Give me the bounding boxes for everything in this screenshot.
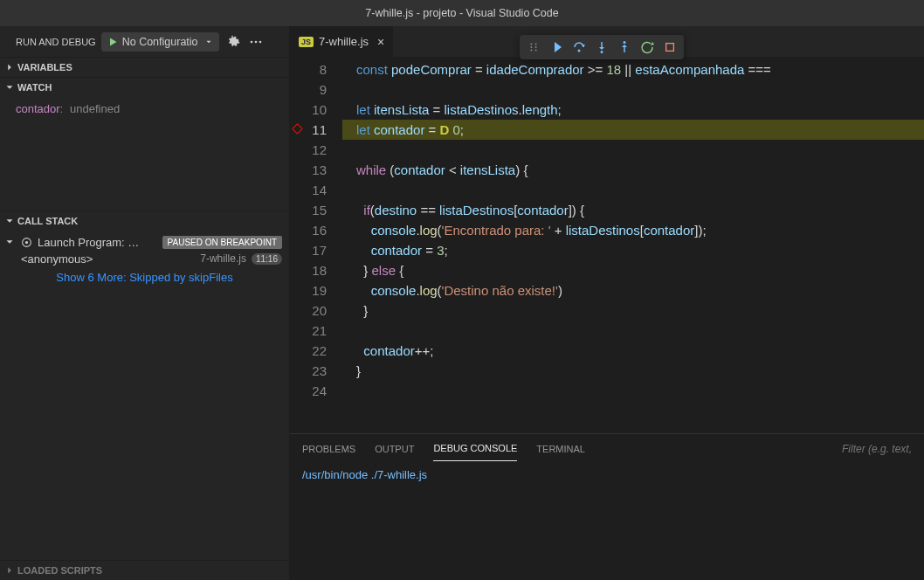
ellipsis-icon[interactable]	[247, 33, 265, 51]
bug-icon	[21, 237, 32, 248]
loaded-scripts-label: LOADED SCRIPTS	[17, 565, 102, 576]
callstack-label: CALL STACK	[17, 216, 78, 226]
svg-point-5	[530, 44, 532, 45]
svg-point-8	[535, 44, 537, 45]
watch-item[interactable]: contador: undefined	[0, 100, 289, 117]
loaded-scripts-header[interactable]: LOADED SCRIPTS	[0, 561, 289, 580]
frame-name: <anonymous>	[21, 252, 93, 266]
svg-rect-14	[666, 44, 674, 52]
stop-button[interactable]	[659, 37, 680, 58]
variables-section-header[interactable]: VARIABLES	[0, 58, 289, 77]
chevron-down-icon	[3, 81, 16, 93]
svg-point-13	[624, 41, 626, 44]
launch-config-dropdown[interactable]: No Configuratio	[101, 32, 219, 52]
watch-var-value: undefined	[70, 102, 120, 115]
variables-label: VARIABLES	[17, 62, 72, 72]
continue-button[interactable]	[546, 37, 567, 58]
svg-point-0	[250, 40, 252, 43]
watch-section-header[interactable]: WATCH	[0, 78, 289, 97]
callstack-thread[interactable]: Launch Program: … PAUSED ON BREAKPOINT	[0, 234, 289, 251]
filter-input[interactable]: Filter (e.g. text,	[842, 443, 912, 455]
step-out-button[interactable]	[614, 37, 635, 58]
svg-point-4	[25, 241, 28, 244]
window-title: 7-whille.js - projeto - Visual Studio Co…	[365, 7, 558, 19]
console-output-line: /usr/bin/node ./7-whille.js	[302, 468, 912, 481]
chevron-right-icon	[3, 564, 16, 577]
svg-point-11	[578, 50, 581, 52]
svg-point-10	[535, 50, 537, 52]
config-label: No Configuratio	[122, 36, 198, 48]
paused-badge: PAUSED ON BREAKPOINT	[162, 236, 282, 249]
step-into-button[interactable]	[591, 37, 612, 58]
tab-output[interactable]: OUTPUT	[375, 437, 414, 461]
chevron-down-icon	[204, 38, 213, 46]
close-icon[interactable]: ×	[377, 35, 384, 49]
run-debug-sidebar: RUN AND DEBUG No Configuratio VARIABLES	[0, 26, 290, 580]
gear-icon[interactable]	[224, 33, 242, 51]
chevron-down-icon	[3, 236, 16, 248]
program-name: Launch Program: …	[38, 236, 139, 249]
tab-problems[interactable]: PROBLEMS	[302, 437, 355, 461]
tab-debug-console[interactable]: DEBUG CONSOLE	[433, 436, 517, 461]
play-icon	[107, 37, 118, 47]
svg-point-9	[535, 46, 537, 48]
watch-label: WATCH	[17, 82, 52, 93]
svg-point-2	[259, 40, 261, 43]
skipfiles-link[interactable]: Show 6 More: Skipped by skipFiles	[0, 267, 289, 287]
frame-position: 11:16	[252, 253, 282, 265]
bottom-panel: PROBLEMS OUTPUT DEBUG CONSOLE TERMINAL F…	[290, 433, 924, 580]
step-over-button[interactable]	[569, 37, 590, 58]
js-icon: JS	[299, 37, 314, 47]
callstack-frame[interactable]: <anonymous> 7-whille.js 11:16	[0, 251, 289, 267]
svg-point-1	[254, 40, 257, 43]
tab-filename: 7-whille.js	[319, 35, 369, 48]
frame-file: 7-whille.js	[200, 252, 246, 265]
chevron-right-icon	[3, 61, 16, 73]
debug-toolbar[interactable]	[520, 35, 684, 59]
window-titlebar: 7-whille.js - projeto - Visual Studio Co…	[0, 0, 924, 26]
drag-handle-icon[interactable]	[523, 37, 544, 58]
code-editor[interactable]: 89101112131415161718192021222324 const p…	[290, 57, 924, 433]
svg-point-6	[530, 46, 532, 48]
svg-point-7	[530, 50, 532, 52]
sidebar-title: RUN AND DEBUG	[7, 37, 96, 47]
svg-point-12	[601, 51, 603, 53]
callstack-section-header[interactable]: CALL STACK	[0, 211, 289, 231]
restart-button[interactable]	[637, 37, 658, 58]
watch-var-name: contador	[16, 102, 60, 115]
tab-file[interactable]: JS 7-whille.js ×	[290, 26, 394, 57]
chevron-down-icon	[3, 215, 16, 227]
editor-area: JS 7-whille.js × 89101112131415161718192…	[290, 26, 924, 580]
tab-terminal[interactable]: TERMINAL	[536, 437, 585, 461]
